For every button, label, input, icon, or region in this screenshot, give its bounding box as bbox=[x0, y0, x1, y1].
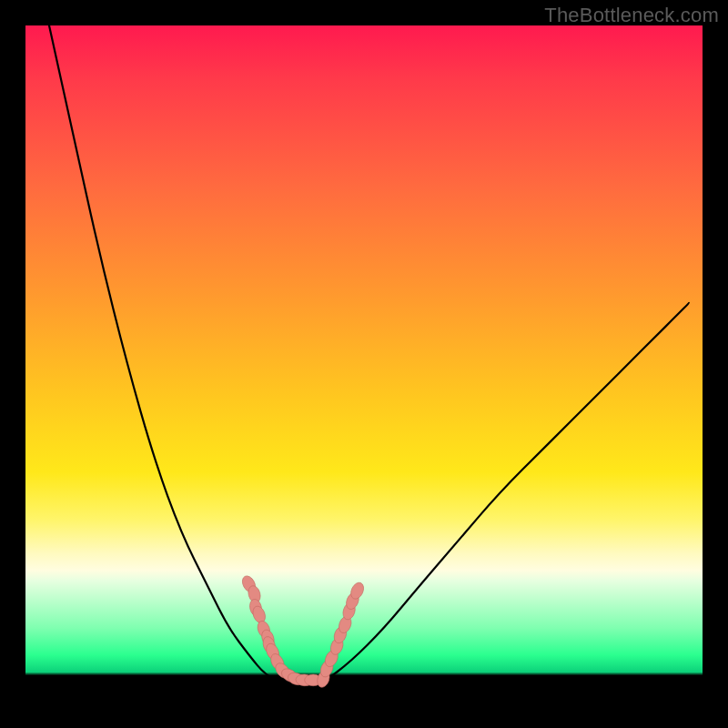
plot-area bbox=[25, 25, 703, 703]
curve-layer bbox=[49, 25, 689, 682]
watermark-text: TheBottleneck.com bbox=[544, 4, 719, 27]
chart-svg bbox=[25, 25, 703, 703]
bottleneck-curve bbox=[49, 25, 689, 682]
marker-layer bbox=[239, 573, 366, 689]
chart-frame: TheBottleneck.com bbox=[0, 0, 728, 728]
